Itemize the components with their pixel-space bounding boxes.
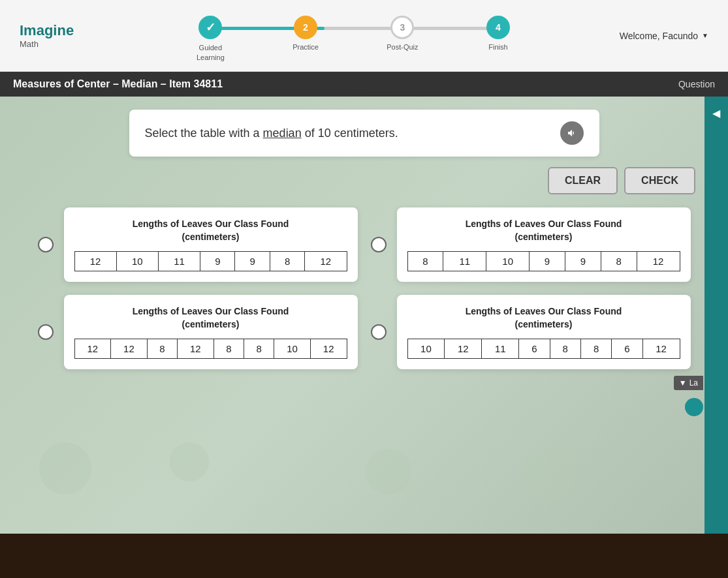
step-circle-postquiz: 3 bbox=[390, 16, 414, 39]
option-b-wrapper: Lengths of Leaves Our Class Found(centim… bbox=[371, 207, 691, 282]
table-title-b: Lengths of Leaves Our Class Found(centim… bbox=[407, 218, 680, 243]
option-c-wrapper: Lengths of Leaves Our Class Found(centim… bbox=[38, 295, 358, 369]
audio-button[interactable] bbox=[560, 121, 584, 145]
cell-a-4: 9 bbox=[200, 252, 235, 271]
cell-d-5: 8 bbox=[550, 339, 580, 359]
step-label-postquiz: Post-Quiz bbox=[387, 43, 418, 51]
option-d-wrapper: Lengths of Leaves Our Class Found(centim… bbox=[371, 295, 691, 369]
welcome-text: Welcome, Facundo bbox=[620, 31, 698, 41]
table-card-a[interactable]: Lengths of Leaves Our Class Found(centim… bbox=[64, 207, 358, 282]
radio-option-a[interactable] bbox=[38, 237, 54, 252]
cell-b-6: 8 bbox=[601, 252, 637, 271]
deco-circle-1 bbox=[39, 442, 91, 494]
section-header: Measures of Center – Median – Item 34811… bbox=[0, 72, 728, 97]
cell-b-4: 9 bbox=[530, 252, 565, 271]
cell-b-5: 9 bbox=[565, 252, 601, 271]
cell-d-2: 12 bbox=[445, 339, 482, 359]
data-table-c: 12 12 8 12 8 8 10 12 bbox=[74, 339, 347, 359]
cell-c-4: 12 bbox=[178, 339, 214, 359]
data-table-b: 8 11 10 9 9 8 12 bbox=[407, 251, 680, 271]
brand-title: Imagine bbox=[20, 22, 74, 39]
table-title-c: Lengths of Leaves Our Class Found(centim… bbox=[74, 305, 347, 331]
deco-circle-4 bbox=[522, 449, 575, 501]
step-label-practice: Practice bbox=[293, 43, 319, 51]
step-circle-finish: 4 bbox=[486, 16, 510, 39]
la-badge[interactable]: ▼ La bbox=[674, 376, 703, 390]
la-label: La bbox=[689, 378, 698, 388]
radio-option-c[interactable] bbox=[38, 324, 54, 340]
speaker-icon bbox=[567, 128, 577, 138]
main-content: Select the table with a median of 10 cen… bbox=[0, 97, 728, 534]
panel-collapse-icon[interactable]: ◀ bbox=[712, 107, 720, 119]
check-button[interactable]: CHECK bbox=[624, 167, 695, 194]
cell-b-1: 8 bbox=[407, 252, 443, 271]
right-panel: ◀ bbox=[704, 97, 728, 534]
radio-option-d[interactable] bbox=[371, 324, 387, 340]
welcome-area: Welcome, Facundo ▼ bbox=[620, 31, 708, 41]
cell-c-1: 12 bbox=[74, 339, 111, 359]
cell-d-6: 8 bbox=[580, 339, 611, 359]
cell-c-3: 8 bbox=[147, 339, 177, 359]
step-postquiz: 3 Post-Quiz bbox=[387, 16, 418, 51]
teal-dot bbox=[685, 398, 703, 416]
cell-a-3: 11 bbox=[158, 252, 200, 271]
cell-c-2: 12 bbox=[111, 339, 148, 359]
cell-c-8: 12 bbox=[310, 339, 347, 359]
cell-a-1: 12 bbox=[74, 252, 116, 271]
table-title-a: Lengths of Leaves Our Class Found(centim… bbox=[74, 218, 347, 243]
option-a-wrapper: Lengths of Leaves Our Class Found(centim… bbox=[38, 207, 358, 282]
cell-d-7: 6 bbox=[612, 339, 642, 359]
step-label-guided: GuidedLearning bbox=[197, 43, 225, 62]
welcome-dropdown-icon[interactable]: ▼ bbox=[702, 32, 708, 39]
data-table-a: 12 10 11 9 9 8 12 bbox=[74, 251, 347, 271]
options-grid: Lengths of Leaves Our Class Found(centim… bbox=[38, 207, 691, 369]
deco-circle-3 bbox=[366, 449, 411, 494]
radio-option-b[interactable] bbox=[371, 237, 387, 252]
cell-d-3: 11 bbox=[482, 339, 519, 359]
step-circle-practice: 2 bbox=[294, 16, 317, 39]
step-label-finish: Finish bbox=[488, 43, 507, 51]
cell-c-6: 8 bbox=[244, 339, 274, 359]
progress-bar: ✓ GuidedLearning 2 Practice 3 Post-Quiz … bbox=[100, 9, 607, 62]
table-card-d[interactable]: Lengths of Leaves Our Class Found(centim… bbox=[397, 295, 691, 369]
cell-b-3: 10 bbox=[486, 252, 530, 271]
action-buttons-row: CLEAR CHECK bbox=[20, 167, 708, 194]
step-practice: 2 Practice bbox=[293, 16, 319, 51]
brand: Imagine Math bbox=[20, 22, 74, 49]
cell-a-6: 8 bbox=[270, 252, 304, 271]
table-title-d: Lengths of Leaves Our Class Found(centim… bbox=[407, 305, 680, 331]
cell-a-7: 12 bbox=[305, 252, 347, 271]
step-guided: ✓ GuidedLearning bbox=[197, 16, 225, 62]
clear-button[interactable]: CLEAR bbox=[548, 167, 618, 194]
cell-c-5: 8 bbox=[214, 339, 244, 359]
data-table-d: 10 12 11 6 8 8 6 12 bbox=[407, 339, 680, 359]
step-circle-guided: ✓ bbox=[198, 16, 222, 39]
cell-b-7: 12 bbox=[637, 252, 680, 271]
table-card-b[interactable]: Lengths of Leaves Our Class Found(centim… bbox=[397, 207, 691, 282]
cell-a-2: 10 bbox=[116, 252, 158, 271]
cell-b-2: 11 bbox=[443, 252, 486, 271]
cell-c-7: 10 bbox=[274, 339, 311, 359]
section-title: Measures of Center – Median – Item 34811 bbox=[13, 78, 223, 90]
cell-d-8: 12 bbox=[642, 339, 680, 359]
cell-d-4: 6 bbox=[519, 339, 550, 359]
brand-subtitle: Math bbox=[20, 39, 74, 49]
cell-d-1: 10 bbox=[407, 339, 445, 359]
chevron-down-icon: ▼ bbox=[679, 378, 687, 388]
cell-a-5: 9 bbox=[235, 252, 270, 271]
table-card-c[interactable]: Lengths of Leaves Our Class Found(centim… bbox=[64, 295, 358, 369]
step-finish: 4 Finish bbox=[486, 16, 510, 51]
question-text: Select the table with a median of 10 cen… bbox=[145, 127, 398, 140]
deco-circle-2 bbox=[170, 442, 209, 481]
question-label: Question bbox=[678, 79, 715, 89]
question-box: Select the table with a median of 10 cen… bbox=[129, 110, 599, 157]
top-bar: Imagine Math ✓ GuidedLearning 2 bbox=[0, 0, 728, 72]
